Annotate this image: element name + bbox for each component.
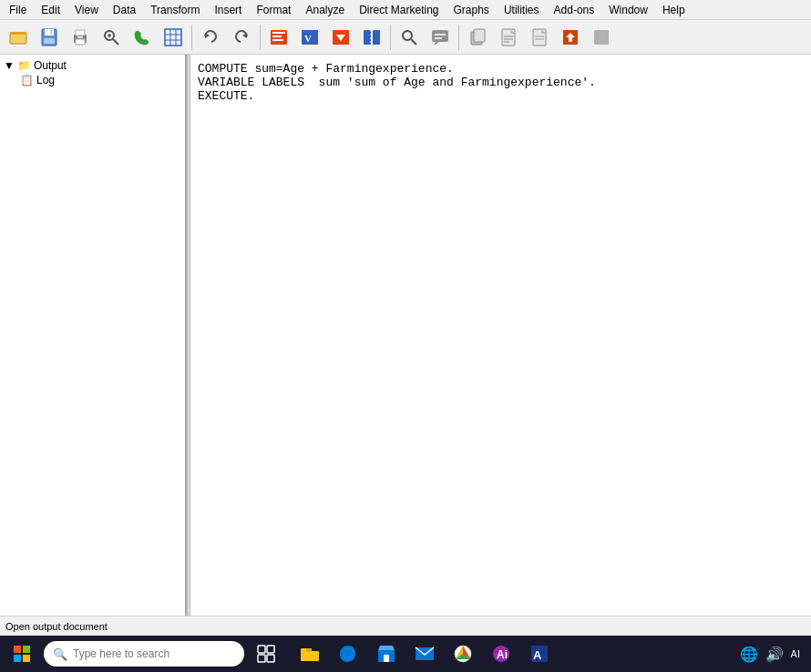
edge-button[interactable] xyxy=(330,637,366,670)
mail-button[interactable] xyxy=(406,637,443,670)
menu-insert[interactable]: Insert xyxy=(207,2,249,18)
output-folder-icon: 📁 xyxy=(17,59,31,72)
chrome-button[interactable] xyxy=(445,637,481,670)
task-view-button[interactable] xyxy=(248,637,284,670)
svg-text:V: V xyxy=(304,33,312,44)
menu-bar: File Edit View Data Transform Insert For… xyxy=(0,0,811,20)
tree-expand-icon: ▼ xyxy=(4,59,15,72)
tree-log-label: Log xyxy=(36,74,55,87)
zoom-button[interactable] xyxy=(97,23,126,52)
comment-button[interactable] xyxy=(426,23,455,52)
table-button[interactable] xyxy=(159,23,188,52)
svg-rect-6 xyxy=(50,30,52,35)
split-button[interactable] xyxy=(357,23,386,52)
store-button[interactable] xyxy=(368,637,405,670)
taskbar-search-box[interactable]: 🔍 xyxy=(44,641,244,667)
menu-data[interactable]: Data xyxy=(106,2,143,18)
svg-rect-1 xyxy=(10,34,26,44)
menu-graphs[interactable]: Graphs xyxy=(447,2,497,18)
taskbar-tray: 🌐 🔊 AI xyxy=(740,646,807,663)
menu-transform[interactable]: Transform xyxy=(143,2,207,18)
menu-directmarketing[interactable]: Direct Marketing xyxy=(352,2,446,18)
svg-rect-52 xyxy=(594,30,609,45)
app7-button[interactable]: Ai xyxy=(483,637,519,670)
menu-view[interactable]: View xyxy=(67,2,106,18)
separator-2 xyxy=(260,25,261,50)
svg-marker-65 xyxy=(378,646,395,650)
svg-rect-56 xyxy=(23,655,30,662)
svg-rect-55 xyxy=(14,655,21,662)
svg-rect-24 xyxy=(272,36,282,37)
menu-edit[interactable]: Edit xyxy=(34,2,67,18)
export-button[interactable] xyxy=(556,23,585,52)
menu-analyze[interactable]: Analyze xyxy=(298,2,352,18)
svg-rect-25 xyxy=(272,39,283,41)
svg-rect-54 xyxy=(23,646,30,653)
other-button[interactable] xyxy=(587,23,616,52)
menu-format[interactable]: Format xyxy=(249,2,298,18)
svg-rect-41 xyxy=(502,29,515,46)
tray-network-icon[interactable]: 🌐 xyxy=(740,646,758,663)
tray-ai-text: AI xyxy=(791,648,800,659)
svg-rect-9 xyxy=(76,39,85,45)
svg-line-34 xyxy=(411,39,416,45)
tray-volume-icon[interactable]: 🔊 xyxy=(765,646,784,663)
svg-text:Ai: Ai xyxy=(497,648,508,661)
open-button[interactable] xyxy=(4,23,33,52)
navigate-button[interactable] xyxy=(326,23,355,52)
svg-rect-30 xyxy=(364,30,371,45)
start-button[interactable] xyxy=(4,637,40,670)
tree-log[interactable]: 📋 Log xyxy=(20,73,181,87)
svg-point-33 xyxy=(403,31,412,40)
goto-data-button[interactable] xyxy=(264,23,293,52)
print-button[interactable] xyxy=(66,23,95,52)
svg-rect-10 xyxy=(77,36,83,38)
log-icon: 📋 xyxy=(20,74,34,87)
svg-rect-23 xyxy=(272,32,285,34)
menu-addons[interactable]: Add-ons xyxy=(547,2,602,18)
menu-utilities[interactable]: Utilities xyxy=(497,2,547,18)
svg-rect-4 xyxy=(45,29,54,36)
svg-rect-53 xyxy=(14,646,21,653)
spss-button[interactable]: A xyxy=(521,637,558,670)
new-doc-button[interactable] xyxy=(494,23,523,52)
open-doc-button[interactable] xyxy=(525,23,554,52)
svg-rect-59 xyxy=(258,655,265,662)
editor-panel[interactable]: COMPUTE sum=Age + Farmingexperience. VAR… xyxy=(190,55,811,616)
copy-output-button[interactable] xyxy=(463,23,492,52)
svg-rect-2 xyxy=(10,32,26,34)
menu-file[interactable]: File xyxy=(2,2,34,18)
main-layout: ▼ 📁 Output 📋 Log COMPUTE sum=Age + Farmi… xyxy=(0,55,811,616)
taskbar-search-input[interactable] xyxy=(73,647,228,660)
file-explorer-button[interactable] xyxy=(292,637,328,670)
taskbar-search-icon: 🔍 xyxy=(53,647,67,661)
tree-output[interactable]: ▼ 📁 Output xyxy=(4,58,181,73)
menu-help[interactable]: Help xyxy=(655,2,693,18)
svg-rect-46 xyxy=(533,29,546,46)
save-button[interactable] xyxy=(35,23,64,52)
tree-output-label: Output xyxy=(34,59,67,72)
toolbar: V xyxy=(0,20,811,55)
svg-marker-21 xyxy=(242,33,247,38)
find-button[interactable] xyxy=(395,23,424,52)
svg-rect-15 xyxy=(165,29,181,46)
svg-rect-57 xyxy=(258,646,265,653)
svg-rect-31 xyxy=(373,30,380,45)
taskbar-apps: Ai A xyxy=(292,637,558,670)
separator-1 xyxy=(191,25,192,50)
svg-rect-63 xyxy=(306,648,312,652)
svg-rect-58 xyxy=(267,646,274,653)
taskbar: 🔍 xyxy=(0,636,811,672)
redo-button[interactable] xyxy=(227,23,256,52)
svg-marker-20 xyxy=(205,33,210,38)
undo-button[interactable] xyxy=(196,23,225,52)
svg-line-12 xyxy=(113,39,118,45)
status-bar: Open output document xyxy=(0,616,811,636)
status-text: Open output document xyxy=(5,621,108,632)
svg-rect-66 xyxy=(384,655,389,662)
menu-window[interactable]: Window xyxy=(601,2,655,18)
recall-button[interactable] xyxy=(128,23,157,52)
svg-rect-5 xyxy=(44,38,55,44)
goto-variable-button[interactable]: V xyxy=(295,23,324,52)
svg-marker-36 xyxy=(434,42,439,46)
